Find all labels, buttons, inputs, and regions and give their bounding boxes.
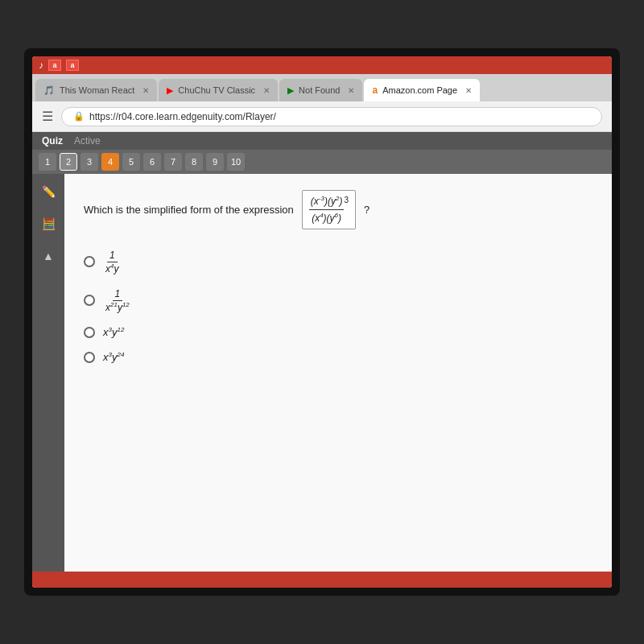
- address-input[interactable]: 🔒 https://r04.core.learn.edgenuity.com/R…: [61, 107, 602, 126]
- laptop-frame: ♪ a a 🎵 This Woman React ✕ ▶ ChuChu TV C…: [0, 0, 644, 644]
- arrow-up-icon[interactable]: ▲: [37, 245, 60, 267]
- tab2-favicon: ▶: [167, 85, 173, 96]
- quiz-label: Quiz: [42, 135, 63, 147]
- hamburger-menu[interactable]: ☰: [42, 109, 53, 124]
- tab4-label: Amazon.com Page: [382, 85, 457, 95]
- left-sidebar: ✏️ 🧮 ▲: [32, 174, 64, 572]
- q-num-9[interactable]: 9: [206, 153, 224, 171]
- outer-exponent: 3: [344, 194, 349, 206]
- screen-content: ♪ a a 🎵 This Woman React ✕ ▶ ChuChu TV C…: [32, 56, 612, 588]
- fraction-expression: (x-3)(y2) (x4)(y6): [309, 194, 345, 225]
- q-num-2[interactable]: 2: [60, 153, 77, 171]
- q-num-8[interactable]: 8: [185, 153, 203, 171]
- tab2-label: ChuChu TV Classic: [178, 85, 255, 95]
- ans-a-den: x4y: [103, 262, 121, 275]
- tab1-close[interactable]: ✕: [142, 86, 149, 95]
- answer-choice-d[interactable]: x3y24: [84, 351, 592, 363]
- tab-bar: 🎵 This Woman React ✕ ▶ ChuChu TV Classic…: [32, 74, 612, 101]
- tab4-favicon: a: [372, 85, 378, 96]
- radio-c[interactable]: [84, 327, 95, 338]
- tab3-close[interactable]: ✕: [348, 86, 354, 95]
- answer-a-math: 1 x4y: [103, 249, 121, 275]
- answer-choice-b[interactable]: 1 x21y12: [84, 287, 592, 313]
- q-num-1[interactable]: 1: [39, 153, 56, 171]
- music-icon: ♪: [39, 60, 43, 71]
- lock-icon: 🔒: [73, 111, 85, 122]
- answer-b-math: 1 x21y12: [103, 287, 132, 313]
- quiz-header: Quiz Active: [32, 132, 612, 150]
- quiz-status-area: Quiz Active 1 2 3 4 5 6 7 8 9 10: [32, 132, 612, 174]
- fraction-denominator: (x4)(y6): [310, 210, 343, 225]
- system-box-2: a: [66, 60, 79, 71]
- question-area: Which is the simplified form of the expr…: [64, 174, 612, 572]
- q-num-10[interactable]: 10: [227, 153, 245, 171]
- answer-c-math: x3y12: [103, 326, 124, 338]
- q-num-3[interactable]: 3: [80, 153, 98, 171]
- question-nav: 1 2 3 4 5 6 7 8 9 10: [32, 150, 612, 174]
- ans-b-den: x21y12: [103, 301, 132, 313]
- math-expression: (x-3)(y2) (x4)(y6) 3: [302, 190, 356, 229]
- answer-choice-a[interactable]: 1 x4y: [84, 249, 592, 275]
- screen-bezel: ♪ a a 🎵 This Woman React ✕ ▶ ChuChu TV C…: [24, 48, 620, 596]
- tab1-favicon: 🎵: [43, 85, 55, 96]
- ans-a-num: 1: [107, 250, 118, 262]
- pencil-icon[interactable]: ✏️: [37, 180, 60, 203]
- radio-d[interactable]: [84, 352, 95, 363]
- calculator-icon[interactable]: 🧮: [37, 213, 60, 235]
- answer-choices: 1 x4y 1: [84, 249, 592, 363]
- question-prompt: Which is the simplified form of the expr…: [84, 202, 294, 218]
- system-box-1: a: [48, 60, 61, 71]
- tab-not-found[interactable]: ▶ Not Found ✕: [279, 79, 362, 101]
- tab2-close[interactable]: ✕: [263, 86, 270, 95]
- url-text: https://r04.core.learn.edgenuity.com/Rla…: [89, 111, 276, 122]
- answer-d-math: x3y24: [103, 351, 124, 363]
- tab-this-woman-react[interactable]: 🎵 This Woman React ✕: [35, 79, 157, 101]
- tab-chuchu[interactable]: ▶ ChuChu TV Classic ✕: [159, 79, 278, 101]
- ans-b-fraction: 1 x21y12: [103, 288, 132, 313]
- system-top-bar: ♪ a a: [32, 56, 612, 74]
- question-mark: ?: [364, 202, 369, 218]
- ans-a-fraction: 1 x4y: [103, 250, 121, 275]
- bottom-bar: [32, 572, 612, 588]
- q-num-6[interactable]: 6: [143, 153, 161, 171]
- q-num-5[interactable]: 5: [122, 153, 140, 171]
- q-num-7[interactable]: 7: [164, 153, 182, 171]
- radio-a[interactable]: [84, 256, 95, 267]
- tab4-close[interactable]: ✕: [465, 86, 472, 95]
- tab3-favicon: ▶: [287, 85, 294, 96]
- quiz-active-label: Active: [74, 135, 101, 147]
- answer-choice-c[interactable]: x3y12: [84, 326, 592, 338]
- main-area: ✏️ 🧮 ▲ Which is the simplified form of t…: [32, 174, 612, 572]
- tab-amazon[interactable]: a Amazon.com Page ✕: [364, 79, 480, 101]
- tab3-label: Not Found: [299, 85, 340, 95]
- address-bar: ☰ 🔒 https://r04.core.learn.edgenuity.com…: [32, 101, 612, 132]
- q-num-4[interactable]: 4: [101, 153, 119, 171]
- radio-b[interactable]: [84, 295, 95, 306]
- ans-b-num: 1: [113, 288, 123, 301]
- fraction-numerator: (x-3)(y2): [309, 194, 345, 210]
- tab1-label: This Woman React: [60, 85, 134, 95]
- question-text: Which is the simplified form of the expr…: [84, 190, 592, 229]
